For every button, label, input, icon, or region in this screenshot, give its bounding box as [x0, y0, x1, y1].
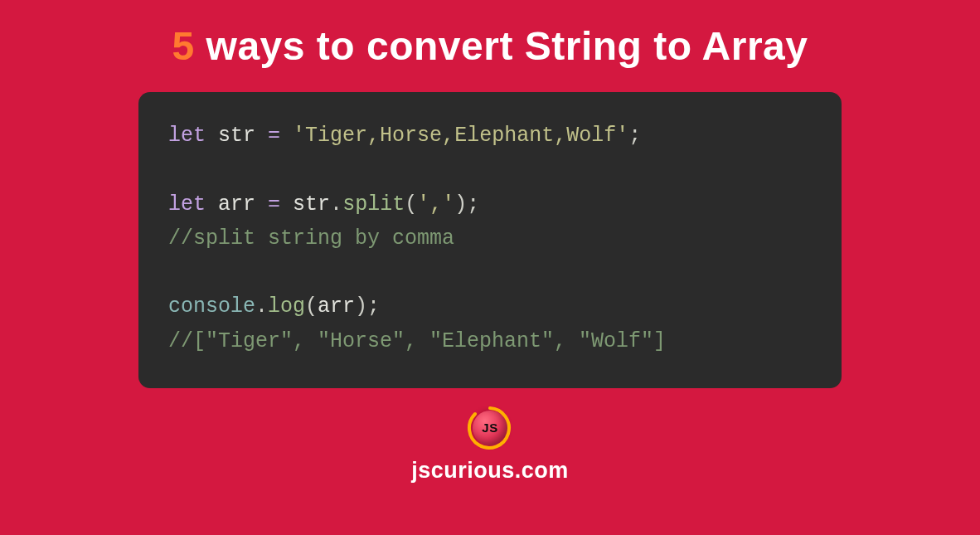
variable-str: str: [218, 124, 255, 148]
footer: JS jscurious.com: [411, 405, 569, 484]
site-url: jscurious.com: [411, 458, 569, 484]
paren-open: (: [405, 192, 417, 216]
semicolon: ;: [467, 192, 479, 216]
page-title: 5 ways to convert String to Array: [172, 23, 808, 69]
string-arg: ',': [417, 192, 454, 216]
logo-arc-icon: [467, 405, 513, 451]
code-line-1: let str = 'Tiger,Horse,Elephant,Wolf';: [168, 119, 812, 153]
operator-eq: =: [268, 192, 280, 216]
log-arg: arr: [318, 294, 355, 319]
semicolon: ;: [628, 124, 641, 148]
blank-line: [168, 255, 812, 289]
method-split: split: [342, 192, 405, 216]
global-console: console: [168, 294, 255, 319]
title-accent: 5: [172, 24, 195, 68]
keyword-let: let: [168, 124, 206, 148]
keyword-let: let: [168, 192, 206, 216]
operator-eq: =: [268, 124, 280, 148]
code-line-4: console.log(arr);: [168, 289, 812, 323]
code-line-2: let arr = str.split(',');: [168, 187, 812, 221]
variable-arr: arr: [218, 192, 255, 216]
dot: .: [255, 294, 268, 319]
object-str: str: [293, 192, 330, 216]
blank-line: [168, 153, 812, 187]
paren-close: ): [454, 192, 467, 216]
string-literal: 'Tiger,Horse,Elephant,Wolf': [293, 124, 628, 148]
semicolon: ;: [367, 294, 380, 319]
dot: .: [330, 192, 342, 216]
paren-open: (: [305, 294, 318, 319]
title-rest: ways to convert String to Array: [195, 24, 808, 68]
logo-icon: JS: [467, 405, 513, 451]
comment-line-2: //["Tiger", "Horse", "Elephant", "Wolf"]: [168, 324, 812, 358]
comment-line-1: //split string by comma: [168, 221, 812, 255]
code-block: let str = 'Tiger,Horse,Elephant,Wolf'; l…: [138, 92, 842, 388]
method-log: log: [268, 294, 305, 319]
paren-close: ): [355, 294, 367, 319]
